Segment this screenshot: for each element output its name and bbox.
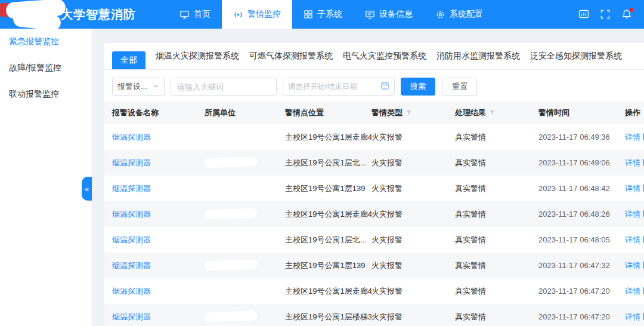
keyword-input[interactable] — [171, 78, 277, 96]
detail-link[interactable]: 详情 — [625, 210, 640, 219]
search-button[interactable]: 搜索 — [401, 78, 435, 96]
time-cell: 2023-11-17 06:49:36 — [538, 133, 625, 142]
device-name-link[interactable]: 烟温探测器 — [112, 158, 205, 168]
redaction-mark — [205, 208, 257, 219]
sidebar: 紧急报警监控 故障/报警监控 联动报警监控 « — [0, 29, 92, 326]
result-cell: 真实警情 — [455, 286, 538, 297]
sidebar-item-label: 联动报警监控 — [9, 89, 59, 100]
tab-electrical-fire-system[interactable]: 电气火灾监控预警系统 — [343, 51, 426, 61]
alarm-type-cell: 火灾报警 — [371, 158, 455, 168]
table-row: 烟温探测器主校区19号公寓1层北...火灾报警真实警情2023-11-17 06… — [104, 227, 644, 253]
device-name-link[interactable]: 烟温探测器 — [112, 260, 205, 271]
filter-funnel-icon[interactable] — [489, 109, 496, 118]
reset-button[interactable]: 重置 — [442, 78, 477, 96]
sidebar-collapse-handle[interactable]: « — [82, 177, 92, 201]
detail-link[interactable]: 详情 — [625, 133, 640, 142]
unit-cell — [205, 278, 285, 304]
notification-badge — [629, 8, 633, 12]
location-cell: 主校区19号公寓1层走廊4 — [285, 132, 371, 143]
device-type-select[interactable]: 报警设... — [112, 78, 165, 96]
device-name-link[interactable]: 烟温探测器 — [112, 132, 205, 143]
nav-item-alarm-monitor[interactable]: 警情监控 — [222, 0, 292, 29]
sidebar-item-label: 紧急报警监控 — [9, 36, 59, 47]
detail-link[interactable]: 详情 — [625, 235, 640, 244]
column-header-unit: 所属单位 — [205, 107, 285, 118]
calendar-icon — [380, 81, 389, 93]
detail-link[interactable]: 详情 — [625, 158, 640, 167]
table-row: 烟温探测器主校区19号公寓1层139火灾报警真实警情2023-11-17 06:… — [104, 176, 644, 201]
fullscreen-icon[interactable] — [600, 10, 610, 19]
location-cell: 主校区19号公寓1层139 — [285, 183, 371, 194]
detail-link[interactable]: 详情 — [625, 184, 640, 193]
chevron-down-icon — [152, 82, 159, 91]
tab-all[interactable]: 全部 — [112, 51, 145, 69]
alarm-type-cell: 火灾报警 — [371, 312, 455, 322]
table-row: 烟温探测器主校区19号公寓1层北...火灾报警真实警情2023-11-17 06… — [104, 150, 644, 176]
filter-funnel-icon[interactable] — [405, 109, 412, 118]
device-name-link[interactable]: 烟温探测器 — [112, 183, 205, 194]
action-cell: 详情 — [625, 286, 644, 297]
unit-cell — [205, 304, 285, 326]
table-row: 烟温探测器主校区19号公寓1层走廊4火灾报警真实警情2023-11-17 06:… — [104, 124, 644, 150]
date-range-picker[interactable]: 请选择开始/结束日期 — [283, 78, 395, 96]
location-cell: 主校区19号公寓1层139 — [285, 260, 371, 271]
content-card: 全部 烟温火灾探测报警系统 可燃气体探测报警系统 电气火灾监控预警系统 消防用水… — [104, 43, 644, 326]
table-row: 烟温探测器主校区19号公寓1层139火灾报警真实警情2023-11-17 06:… — [104, 253, 644, 278]
sidebar-item-label: 故障/报警监控 — [9, 63, 61, 73]
detail-link[interactable]: 详情 — [625, 312, 640, 321]
result-cell: 真实警情 — [455, 209, 538, 220]
device-info-icon — [365, 10, 375, 20]
location-cell: 主校区19号公寓1层楼梯3 — [285, 312, 371, 322]
dashboard-icon[interactable] — [578, 9, 589, 20]
unit-cell — [205, 253, 285, 278]
device-name-link[interactable]: 烟温探测器 — [112, 235, 205, 245]
alarm-type-cell: 火灾报警 — [371, 286, 455, 297]
device-name-link[interactable]: 烟温探测器 — [112, 209, 205, 220]
tab-smoke-temp-fire-system[interactable]: 烟温火灾探测报警系统 — [156, 51, 239, 61]
time-cell: 2023-11-17 06:48:05 — [538, 235, 625, 244]
header-label: 处理结果 — [455, 107, 486, 118]
action-cell: 详情 — [625, 260, 644, 271]
unit-cell — [205, 201, 285, 227]
result-cell: 真实警情 — [455, 183, 538, 194]
sidebar-item-fault-alarm[interactable]: 故障/报警监控 — [0, 55, 92, 81]
alarm-type-cell: 火灾报警 — [371, 209, 455, 220]
navbar-actions — [578, 0, 644, 29]
column-header-result: 处理结果 — [455, 107, 538, 118]
detail-link[interactable]: 详情 — [625, 287, 640, 296]
date-placeholder: 请选择开始/结束日期 — [288, 82, 357, 92]
nav-item-subsystem[interactable]: 子系统 — [292, 0, 354, 29]
action-cell: 详情 — [625, 312, 644, 322]
brand: 大学智慧消防 — [0, 0, 162, 29]
alarm-type-cell: 火灾报警 — [371, 260, 455, 271]
header-label: 警情类型 — [371, 107, 402, 118]
main-nav: 首页 警情监控 子系统 设备信息 系统配置 — [168, 0, 494, 29]
sidebar-item-emergency-alarm[interactable]: 紧急报警监控 — [0, 29, 92, 55]
result-cell: 真实警情 — [455, 312, 538, 322]
nav-item-device-info[interactable]: 设备信息 — [354, 0, 424, 29]
device-name-link[interactable]: 烟温探测器 — [112, 312, 205, 322]
system-tabs: 全部 烟温火灾探测报警系统 可燃气体探测报警系统 电气火灾监控预警系统 消防用水… — [104, 43, 644, 70]
home-icon — [179, 10, 190, 20]
column-header-device-name: 报警设备名称 — [112, 107, 205, 118]
action-cell: 详情 — [625, 158, 644, 168]
subsystem-icon — [304, 10, 313, 19]
column-header-alarm-type: 警情类型 — [371, 107, 455, 118]
alarm-type-cell: 火灾报警 — [371, 183, 455, 194]
action-cell: 详情 — [625, 209, 644, 220]
redaction-mark — [205, 310, 257, 322]
redaction-mark — [205, 156, 257, 168]
nav-item-home[interactable]: 首页 — [168, 0, 222, 29]
nav-item-system-config[interactable]: 系统配置 — [424, 0, 494, 29]
table-body: 烟温探测器主校区19号公寓1层走廊4火灾报警真实警情2023-11-17 06:… — [104, 124, 644, 326]
device-name-link[interactable]: 烟温探测器 — [112, 286, 205, 297]
detail-link[interactable]: 详情 — [625, 261, 640, 270]
filter-bar: 报警设... 请选择开始/结束日期 搜索 重置 — [112, 78, 644, 96]
tab-fire-water-system[interactable]: 消防用水监测报警系统 — [436, 51, 520, 61]
tab-pan-security-system[interactable]: 泛安全感知探测报警系统 — [530, 51, 622, 61]
sidebar-item-linkage-alarm[interactable]: 联动报警监控 — [0, 81, 92, 107]
notification-bell-icon[interactable] — [621, 9, 632, 20]
top-navbar: 大学智慧消防 首页 警情监控 子系统 设备信息 — [0, 0, 644, 29]
tab-combustible-gas-system[interactable]: 可燃气体探测报警系统 — [249, 51, 333, 61]
alarm-type-cell: 火灾报警 — [371, 235, 455, 245]
